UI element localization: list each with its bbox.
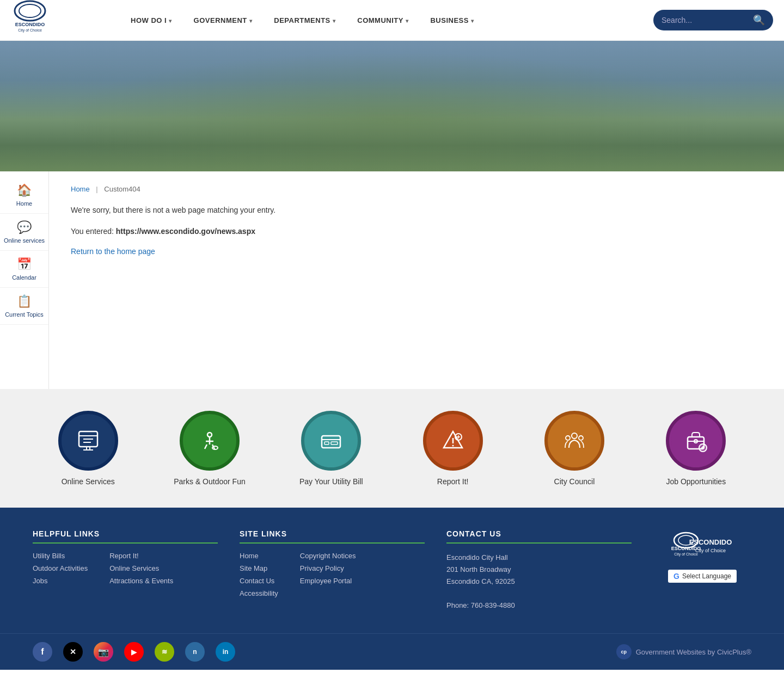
footer-helpful-links-col2: Report It! Online Services Attractions &… [109,552,173,589]
footer-contact-us: CONTACT US Escondido City Hall 201 North… [446,529,632,612]
footer-link-report[interactable]: Report It! [109,552,173,560]
svg-text:City of Choice: City of Choice [695,548,726,553]
nav-how-do-i[interactable]: HOW DO I [120,11,183,30]
entered-prefix: You entered: [71,227,116,236]
online-services-quick-icon [64,416,113,465]
footer-contact-info: Escondido City Hall 201 North Broadway E… [446,552,632,612]
google-g-icon: G [673,572,679,581]
social-icons: f ✕ 📷 ▶ ≋ n in [33,642,235,662]
quick-link-report[interactable]: Report It! [412,411,494,486]
nav-departments[interactable]: DEPARTMENTS [263,11,346,30]
quick-link-label-utility: Pay Your Utility Bill [299,477,363,486]
svg-point-1 [19,4,41,17]
council-quick-icon [550,416,599,465]
footer-link-accessibility[interactable]: Accessibility [240,589,278,597]
quick-link-utility[interactable]: Pay Your Utility Bill [290,411,372,486]
quick-link-circle-utility [301,411,361,471]
youtube-link[interactable]: ▶ [124,642,144,662]
sidebar-label-online-services: Online services [4,237,45,244]
search-input[interactable] [661,16,753,24]
nav-government[interactable]: GOVERNMENT [183,11,264,30]
footer-link-attractions[interactable]: Attractions & Events [109,577,173,585]
quick-link-circle-jobs [666,411,726,471]
footer-link-outdoor[interactable]: Outdoor Activities [33,564,88,572]
footer-helpful-links-heading: HELPFUL LINKS [33,529,218,544]
footer-site-links-col1: Home Site Map Contact Us Accessibility [240,552,278,602]
quick-link-online-services[interactable]: Online Services [47,411,129,486]
nav-business[interactable]: BUSINESS [419,11,485,30]
quick-link-label-jobs: Job Opportunities [666,477,726,486]
quick-link-circle-parks [180,411,240,471]
hero-banner [0,41,784,171]
footer-link-employee-portal[interactable]: Employee Portal [300,577,356,585]
translate-label: Select Language [682,572,731,580]
footer-bottom: f ✕ 📷 ▶ ≋ n in cp Government Websites by… [0,633,784,670]
footer-address-line2: Escondido CA, 92025 [446,576,632,588]
sidebar-item-online-services[interactable]: 💬 Online services [0,214,48,251]
online-services-icon: 💬 [17,220,32,234]
error-message: We're sorry, but there is not a web page… [71,204,762,216]
footer-phone: Phone: 760-839-4880 [446,600,632,612]
sidebar-item-calendar[interactable]: 📅 Calendar [0,251,48,288]
footer-link-privacy[interactable]: Privacy Policy [300,564,356,572]
footer-link-utility-bills[interactable]: Utility Bills [33,552,88,560]
footer-site-links-col2: Copyright Notices Privacy Policy Employe… [300,552,356,602]
svg-point-21 [579,436,583,440]
parks-quick-icon [185,416,234,465]
quick-link-label-parks: Parks & Outdoor Fun [174,477,246,486]
footer-logo-area: ESCONDIDO City of Choice ESCONDIDO City … [653,529,751,612]
header: ESCONDIDO City of Choice HOW DO I GOVERN… [0,0,784,41]
nextdoor-link[interactable]: ≋ [155,642,174,662]
footer-link-online-services[interactable]: Online Services [109,564,173,572]
footer-credit: cp Government Websites by CivicPlus® [616,644,751,659]
quick-link-parks[interactable]: Parks & Outdoor Fun [169,411,250,486]
footer-link-jobs[interactable]: Jobs [33,577,88,585]
footer-helpful-links: HELPFUL LINKS Utility Bills Outdoor Acti… [33,529,218,612]
twitter-x-link[interactable]: ✕ [63,642,83,662]
breadcrumb-current: Custom404 [104,185,140,193]
facebook-link[interactable]: f [33,642,52,662]
quick-link-label-council: City Council [554,477,595,486]
civicplus-icon: cp [616,644,632,659]
main-nav: HOW DO I GOVERNMENT DEPARTMENTS COMMUNIT… [120,11,642,30]
search-button[interactable]: 🔍 [753,14,765,26]
return-home-link[interactable]: Return to the home page [71,247,155,256]
svg-point-8 [207,433,212,437]
quick-link-circle-report [423,411,483,471]
sidebar-item-current-topics[interactable]: 📋 Current Topics [0,288,48,325]
footer-link-sitemap[interactable]: Site Map [240,564,278,572]
linkedin-link[interactable]: in [216,642,235,662]
quick-link-circle-online-services [58,411,118,471]
breadcrumb: Home | Custom404 [71,185,762,193]
home-icon: 🏠 [17,183,32,198]
quick-link-jobs[interactable]: Job Opportunities [655,411,737,486]
network-link[interactable]: n [185,642,205,662]
quick-links-section: Online Services Parks & Outdoor Fun [0,389,784,508]
breadcrumb-separator: | [96,185,97,193]
svg-text:ESCONDIDO: ESCONDIDO [15,22,45,27]
breadcrumb-home[interactable]: Home [71,185,90,193]
quick-link-circle-council [544,411,604,471]
quick-link-council[interactable]: City Council [534,411,615,486]
footer-main: HELPFUL LINKS Utility Bills Outdoor Acti… [0,508,784,633]
current-topics-icon: 📋 [17,294,32,308]
google-translate-bar[interactable]: G Select Language [668,570,737,583]
entered-url-text: You entered: https://www.escondido.gov/n… [71,227,762,236]
quick-link-label-report: Report It! [437,477,469,486]
svg-rect-13 [331,442,338,445]
logo-area[interactable]: ESCONDIDO City of Choice [11,0,98,40]
footer-site-links-columns: Home Site Map Contact Us Accessibility C… [240,552,425,602]
hero-overlay [0,41,784,171]
svg-text:City of Choice: City of Choice [18,28,42,33]
sidebar-item-home[interactable]: 🏠 Home [0,177,48,214]
instagram-link[interactable]: 📷 [94,642,113,662]
svg-point-20 [566,436,570,440]
footer-link-home[interactable]: Home [240,552,278,560]
nav-community[interactable]: COMMUNITY [346,11,419,30]
footer-helpful-links-col1: Utility Bills Outdoor Activities Jobs [33,552,88,589]
footer-link-contact[interactable]: Contact Us [240,577,278,585]
svg-text:ESCONDIDO: ESCONDIDO [689,538,732,546]
footer-credit-text: Government Websites by CivicPlus® [636,648,751,656]
footer-link-copyright[interactable]: Copyright Notices [300,552,356,560]
svg-point-15 [452,445,454,447]
